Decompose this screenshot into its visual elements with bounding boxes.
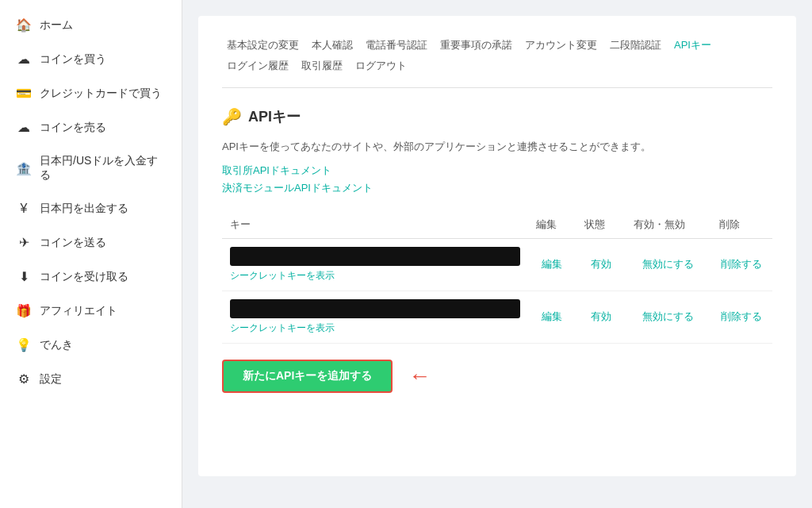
table-row: シークレットキーを表示 編集 有効 無効にする 削除する [222,238,772,291]
sidebar-label-deposit-jpy: 日本円/USドルを入金する [40,154,166,183]
add-api-button[interactable]: 新たにAPIキーを追加する [222,360,393,393]
add-button-row: 新たにAPIキーを追加する ← [222,360,772,393]
withdraw-jpy-icon: ¥ [16,202,32,216]
edit-link-1[interactable]: 編集 [542,310,562,322]
edit-cell-0: 編集 [528,238,577,291]
delete-link-0[interactable]: 削除する [721,258,762,270]
denki-icon: 💡 [16,337,32,352]
status-cell-0: 有効 [576,238,626,291]
toggle-cell-0: 無効にする [626,238,711,291]
send-coin-icon: ✈ [16,235,32,250]
edit-cell-1: 編集 [528,291,577,343]
sidebar-label-withdraw-jpy: 日本円を出金する [40,202,128,216]
arrow-icon: ← [408,365,431,387]
toggle-cell-1: 無効にする [626,291,711,343]
sidebar-item-affiliate[interactable]: 🎁 アフィリエイト [0,294,182,328]
sidebar-label-sell-coin: コインを売る [40,121,106,135]
delete-cell-1: 削除する [711,291,772,343]
tab-basic-settings[interactable]: 基本設定の変更 [222,35,304,56]
sidebar-item-buy-credit[interactable]: 💳 クレジットカードで買う [0,76,182,110]
sidebar-label-settings: 設定 [40,372,62,387]
key-bar-1 [230,299,520,318]
tab-two-factor[interactable]: 二段階認証 [605,35,666,56]
tab-phone[interactable]: 電話番号認証 [361,35,432,56]
api-key-icon: 🔑 [222,107,242,126]
sidebar-label-receive-coin: コインを受け取る [40,270,128,284]
edit-link-0[interactable]: 編集 [542,258,562,270]
sidebar-label-buy-coin: コインを買う [40,52,106,67]
main-content: 基本設定の変更本人確認電話番号認証重要事項の承諾アカウント変更二段階認証APIキ… [182,0,812,508]
tab-logout[interactable]: ログアウト [350,56,412,76]
sidebar-label-affiliate: アフィリエイト [40,304,117,318]
sell-coin-icon: ☁ [16,120,32,135]
doc-link-1[interactable]: 取引所APIドキュメント [222,164,772,178]
deposit-jpy-icon: 🏦 [16,161,32,176]
sidebar-item-receive-coin[interactable]: ⬇ コインを受け取る [0,260,182,294]
page-title-row: 🔑 APIキー [222,107,772,126]
tab-important[interactable]: 重要事項の承諾 [435,35,517,56]
doc-link-2[interactable]: 決済モジュールAPIドキュメント [222,181,772,195]
key-bar-0 [230,247,520,266]
delete-cell-0: 削除する [711,238,772,291]
home-icon: 🏠 [16,17,32,33]
api-table: キー 編集 状態 有効・無効 削除 シークレットキーを表示 編集 有効 無効にす… [222,211,772,344]
tab-api-key[interactable]: APIキー [669,35,716,56]
nav-tabs: 基本設定の変更本人確認電話番号認証重要事項の承諾アカウント変更二段階認証APIキ… [222,35,772,88]
key-cell-0: シークレットキーを表示 [222,238,528,291]
toggle-link-0[interactable]: 無効にする [642,258,694,270]
sidebar-label-buy-credit: クレジットカードで買う [40,87,162,101]
sidebar-item-withdraw-jpy[interactable]: ¥ 日本円を出金する [0,192,182,225]
sidebar-item-send-coin[interactable]: ✈ コインを送る [0,225,182,260]
sidebar-item-buy-coin[interactable]: ☁ コインを買う [0,42,182,76]
col-header-delete: 削除 [711,211,772,239]
toggle-link-1[interactable]: 無効にする [642,310,694,322]
status-label-0: 有効 [591,258,611,270]
buy-coin-icon: ☁ [16,52,32,67]
col-header-key: キー [222,211,528,239]
buy-credit-icon: 💳 [16,86,32,101]
tab-account-change[interactable]: アカウント変更 [520,35,602,56]
sidebar-label-send-coin: コインを送る [40,236,106,250]
settings-icon: ⚙ [16,371,32,387]
tab-identity[interactable]: 本人確認 [307,35,358,56]
col-header-edit: 編集 [528,211,577,239]
sidebar-item-deposit-jpy[interactable]: 🏦 日本円/USドルを入金する [0,144,182,192]
tab-trade-history[interactable]: 取引履歴 [297,56,347,76]
delete-link-1[interactable]: 削除する [721,310,762,322]
sidebar-label-home: ホーム [40,18,73,33]
sidebar-item-denki[interactable]: 💡 でんき [0,328,182,362]
affiliate-icon: 🎁 [16,303,32,318]
receive-coin-icon: ⬇ [16,269,32,284]
status-label-1: 有効 [591,310,611,322]
sidebar-item-sell-coin[interactable]: ☁ コインを売る [0,110,182,144]
page-title: APIキー [248,107,301,126]
sidebar-label-denki: でんき [40,338,73,352]
col-header-toggle: 有効・無効 [626,211,711,239]
status-cell-1: 有効 [576,291,626,343]
key-cell-1: シークレットキーを表示 [222,291,528,343]
col-header-status: 状態 [576,211,626,239]
table-row: シークレットキーを表示 編集 有効 無効にする 削除する [222,291,772,343]
show-secret-link-0[interactable]: シークレットキーを表示 [230,269,335,283]
show-secret-link-1[interactable]: シークレットキーを表示 [230,321,335,335]
sidebar: 🏠 ホーム ☁ コインを買う 💳 クレジットカードで買う ☁ コインを売る 🏦 … [0,0,182,508]
page-description: APIキーを使ってあなたのサイトや、外部のアプリケーションと連携させることができ… [222,139,772,156]
content-area: 基本設定の変更本人確認電話番号認証重要事項の承諾アカウント変更二段階認証APIキ… [198,16,796,476]
sidebar-item-home[interactable]: 🏠 ホーム [0,8,182,42]
tab-login-history[interactable]: ログイン履歴 [222,56,293,76]
sidebar-item-settings[interactable]: ⚙ 設定 [0,362,182,396]
